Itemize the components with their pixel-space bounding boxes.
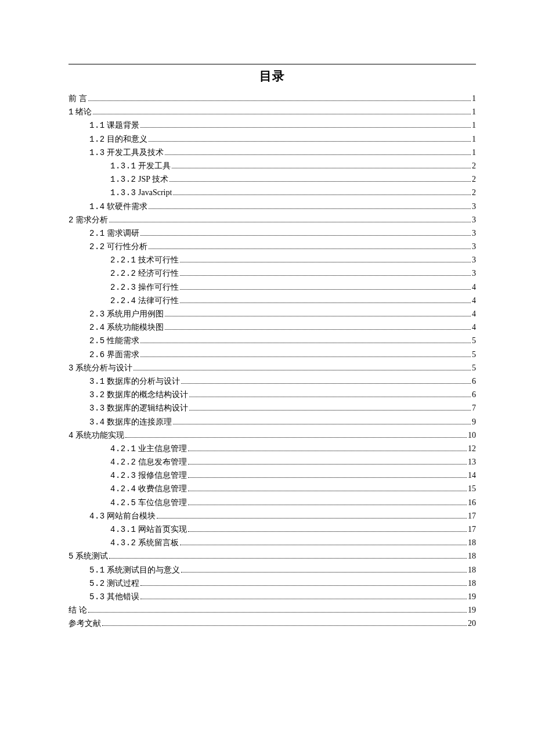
toc-leader-dots: [88, 100, 471, 101]
toc-leader-dots: [188, 477, 467, 478]
toc-entry-label: 2.2.1 技术可行性: [110, 256, 179, 264]
toc-leader-dots: [165, 316, 471, 316]
toc-entry-label: 1.3.2 JSP 技术: [110, 175, 168, 183]
toc-entry: 2.2.3 操作可行性4: [110, 283, 476, 291]
toc-entry-label: 4.2.3 报修信息管理: [110, 471, 187, 480]
toc-entry: 3.1 数据库的分析与设计6: [89, 377, 476, 386]
toc-entry-label: 5 系统测试: [68, 552, 108, 560]
toc-entry: 参考文献20: [68, 620, 476, 628]
toc-entry-page: 5: [472, 351, 476, 359]
toc-entry-label: 1 绪论: [68, 108, 92, 116]
toc-entry-label: 4.2.4 收费信息管理: [110, 485, 187, 493]
toc-entry-label: 4.2.2 信息发布管理: [110, 458, 187, 466]
toc-entry: 3.4 数据库的连接原理9: [89, 418, 476, 426]
toc-entry-label: 1.3.1 开发工具: [110, 162, 171, 170]
toc-entry-page: 2: [472, 162, 476, 170]
toc-entry: 2.2.1 技术可行性3: [110, 256, 476, 264]
toc-entry: 4 系统功能实现10: [68, 431, 476, 440]
toc-leader-dots: [140, 235, 471, 236]
toc-entry-page: 4: [472, 297, 476, 305]
toc-entry-page: 16: [468, 499, 476, 507]
toc-entry-page: 5: [472, 364, 476, 372]
toc-entry-label: 4 系统功能实现: [68, 431, 124, 440]
toc-leader-dots: [140, 343, 471, 343]
toc-entry-label: 2.5 性能需求: [89, 337, 139, 345]
toc-entry-page: 6: [472, 391, 476, 399]
toc-leader-dots: [180, 289, 471, 290]
toc-entry-page: 10: [468, 431, 476, 440]
table-of-contents: 前 言11 绪论11.1 课题背景11.2 目的和意义11.3 开发工具及技术1…: [68, 95, 476, 628]
toc-entry-label: 结 论: [68, 606, 87, 614]
toc-entry-page: 1: [472, 108, 476, 116]
toc-leader-dots: [140, 127, 471, 128]
toc-leader-dots: [188, 491, 467, 491]
toc-leader-dots: [157, 518, 467, 519]
toc-entry: 2.2.2 经济可行性3: [110, 269, 476, 278]
toc-entry-page: 19: [468, 593, 476, 601]
toc-entry-page: 3: [472, 203, 476, 211]
toc-leader-dots: [181, 572, 467, 573]
toc-entry-page: 2: [472, 189, 476, 197]
toc-entry-label: 2.2.3 操作可行性: [110, 283, 179, 291]
toc-entry-label: 参考文献: [68, 620, 101, 628]
toc-entry-label: 3.2 数据库的概念结构设计: [89, 391, 188, 399]
toc-entry: 1.3.1 开发工具2: [110, 162, 476, 170]
toc-title: 目录: [68, 68, 476, 84]
toc-entry: 4.2.1 业主信息管理12: [110, 445, 476, 453]
toc-entry-label: 4.3 网站前台模块: [89, 512, 156, 520]
toc-entry: 4.2.3 报修信息管理14: [110, 471, 476, 480]
toc-leader-dots: [180, 275, 471, 276]
toc-entry-label: 5.2 测试过程: [89, 579, 139, 588]
horizontal-rule: [68, 64, 476, 64]
toc-entry: 2.5 性能需求5: [89, 337, 476, 345]
toc-leader-dots: [189, 410, 471, 411]
toc-entry-page: 18: [468, 552, 476, 560]
toc-entry: 1 绪论1: [68, 108, 476, 116]
toc-entry-label: 4.2.1 业主信息管理: [110, 445, 187, 453]
toc-leader-dots: [165, 329, 471, 330]
toc-entry-page: 15: [468, 485, 476, 493]
toc-entry-label: 2.2.4 法律可行性: [110, 297, 179, 305]
toc-entry: 5.1 系统测试目的与意义18: [89, 566, 476, 574]
toc-entry-page: 3: [472, 216, 476, 224]
toc-entry-label: 1.3 开发工具及技术: [89, 149, 164, 157]
toc-entry-label: 4.3.2 系统留言板: [110, 539, 179, 547]
document-page: 目录 前 言11 绪论11.1 课题背景11.2 目的和意义11.3 开发工具及…: [0, 0, 534, 668]
toc-entry: 1.3 开发工具及技术1: [89, 149, 476, 157]
toc-leader-dots: [109, 558, 467, 559]
toc-entry-label: 4.3.1 网站首页实现: [110, 525, 187, 534]
toc-entry-page: 18: [468, 566, 476, 574]
toc-entry-label: 5.1 系统测试目的与意义: [89, 566, 180, 574]
toc-entry-label: 3.4 数据库的连接原理: [89, 418, 172, 426]
toc-entry-page: 17: [468, 512, 476, 520]
toc-entry-label: 2.4 系统功能模块图: [89, 323, 164, 332]
toc-entry-page: 13: [468, 458, 476, 466]
toc-entry: 1.3.2 JSP 技术2: [110, 175, 476, 183]
toc-entry: 4.3.1 网站首页实现17: [110, 525, 476, 534]
toc-entry: 4.3 网站前台模块17: [89, 512, 476, 520]
toc-entry: 2.2 可行性分析3: [89, 243, 476, 251]
toc-entry-page: 12: [468, 445, 476, 453]
toc-entry-page: 7: [472, 404, 476, 412]
toc-entry-label: 2.2.2 经济可行性: [110, 269, 179, 278]
toc-entry-page: 1: [472, 149, 476, 157]
toc-entry-page: 1: [472, 95, 476, 103]
toc-entry-label: 1.4 软硬件需求: [89, 203, 147, 211]
toc-entry: 2 需求分析3: [68, 216, 476, 224]
toc-leader-dots: [181, 383, 471, 384]
toc-entry: 1.2 目的和意义1: [89, 135, 476, 143]
toc-entry-label: 3.1 数据库的分析与设计: [89, 377, 180, 386]
toc-entry-page: 1: [472, 121, 476, 129]
toc-leader-dots: [188, 531, 467, 532]
toc-leader-dots: [188, 451, 467, 451]
toc-leader-dots: [173, 195, 471, 195]
toc-entry-page: 3: [472, 243, 476, 251]
toc-entry: 3 系统分析与设计5: [68, 364, 476, 372]
toc-entry-page: 4: [472, 310, 476, 318]
toc-entry: 5.3 其他错误19: [89, 593, 476, 601]
toc-entry: 2.1 需求调研3: [89, 229, 476, 237]
toc-leader-dots: [134, 370, 471, 370]
toc-entry-page: 6: [472, 377, 476, 386]
toc-entry-label: 2 需求分析: [68, 216, 108, 224]
toc-leader-dots: [93, 114, 471, 114]
